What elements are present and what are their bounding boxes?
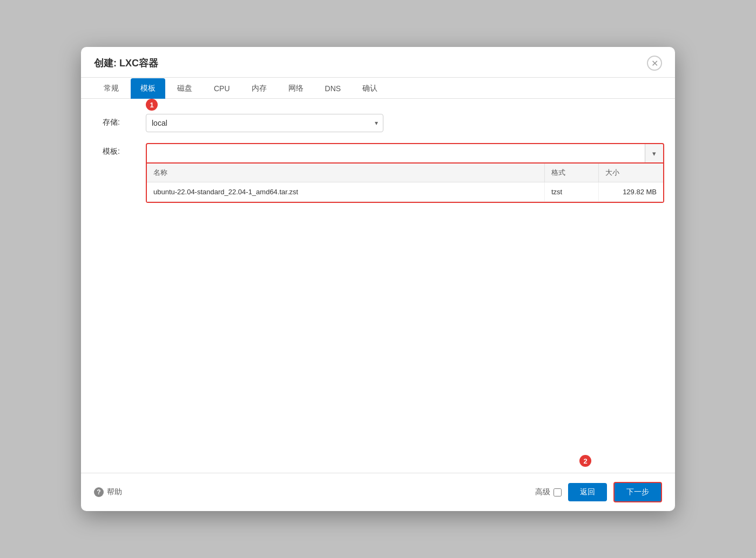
advanced-checkbox[interactable] bbox=[554, 488, 562, 496]
next-button[interactable]: 下一步 bbox=[613, 482, 662, 502]
help-button[interactable]: ? 帮助 bbox=[94, 487, 122, 497]
step-badge-1: 1 bbox=[146, 99, 158, 111]
template-label: 模板: bbox=[103, 143, 146, 156]
template-row: 模板: ▾ 名称 格式 大小 ubuntu- bbox=[103, 143, 653, 203]
back-button[interactable]: 返回 bbox=[568, 483, 607, 501]
tab-confirm[interactable]: 确认 bbox=[353, 78, 387, 99]
template-dropdown: 名称 格式 大小 ubuntu-22.04-standard_22.04-1_a… bbox=[146, 164, 664, 203]
tab-template[interactable]: 模板 bbox=[131, 78, 165, 99]
template-dropdown-toggle[interactable]: ▾ bbox=[645, 144, 663, 162]
template-list-item[interactable]: ubuntu-22.04-standard_22.04-1_amd64.tar.… bbox=[147, 182, 663, 202]
dialog-title: 创建: LXC容器 bbox=[94, 57, 158, 76]
storage-control: local ▾ bbox=[146, 114, 653, 132]
storage-select[interactable]: local bbox=[146, 114, 383, 132]
footer-left: ? 帮助 bbox=[94, 487, 122, 497]
tab-network[interactable]: 网络 bbox=[279, 78, 313, 99]
footer-right: 高级 返回 下一步 bbox=[535, 482, 662, 502]
create-lxc-dialog: 创建: LXC容器 ✕ 常规 模板 磁盘 CPU 内存 网络 DNS 确认 1 … bbox=[81, 47, 675, 511]
storage-select-wrapper: local ▾ bbox=[146, 114, 383, 132]
step-badge-2: 2 bbox=[579, 455, 591, 467]
template-name: ubuntu-22.04-standard_22.04-1_amd64.tar.… bbox=[147, 182, 544, 201]
tab-memory[interactable]: 内存 bbox=[242, 78, 276, 99]
tab-disk[interactable]: 磁盘 bbox=[167, 78, 202, 99]
chevron-down-icon: ▾ bbox=[652, 149, 656, 158]
dialog-body: 1 存储: local ▾ 模板: ▾ bbox=[81, 99, 675, 473]
advanced-label: 高级 bbox=[535, 487, 550, 497]
storage-label: 存储: bbox=[103, 114, 146, 127]
tab-cpu[interactable]: CPU bbox=[204, 79, 240, 98]
template-input-row: ▾ bbox=[146, 143, 664, 164]
dialog-header: 创建: LXC容器 ✕ bbox=[81, 47, 675, 78]
help-icon: ? bbox=[94, 487, 104, 497]
template-area: ▾ 名称 格式 大小 ubuntu-22.04-standard_22.04-1… bbox=[146, 143, 664, 203]
template-size: 129.82 MB bbox=[598, 182, 663, 201]
advanced-wrap: 高级 bbox=[535, 487, 562, 497]
col-format-header: 格式 bbox=[544, 164, 598, 182]
tab-dns[interactable]: DNS bbox=[315, 79, 351, 98]
template-format: tzst bbox=[544, 182, 598, 201]
storage-row: 1 存储: local ▾ bbox=[103, 114, 653, 132]
help-label: 帮助 bbox=[107, 487, 122, 497]
dialog-footer: ? 帮助 高级 返回 下一步 bbox=[81, 473, 675, 511]
template-search-input[interactable] bbox=[147, 144, 645, 162]
tabs-bar: 常规 模板 磁盘 CPU 内存 网络 DNS 确认 bbox=[81, 78, 675, 99]
close-icon: ✕ bbox=[651, 58, 658, 69]
col-size-header: 大小 bbox=[598, 164, 663, 182]
col-name-header: 名称 bbox=[147, 164, 544, 182]
close-button[interactable]: ✕ bbox=[647, 56, 662, 71]
tab-general[interactable]: 常规 bbox=[94, 78, 129, 99]
dropdown-header: 名称 格式 大小 bbox=[147, 164, 663, 182]
